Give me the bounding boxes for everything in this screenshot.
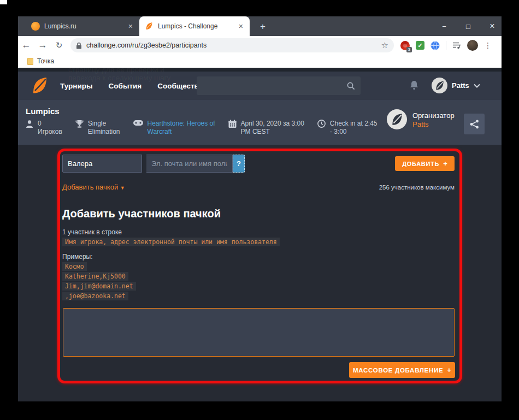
- add-participant-button[interactable]: ДОБАВИТЬ+: [395, 156, 455, 171]
- site-nav-links: Турниры События Сообщества: [60, 72, 203, 100]
- participants-content: ? ДОБАВИТЬ+ Добавить пачкой ▼ 256 участн…: [18, 145, 502, 401]
- tab-strip: Lumpics.ru × Lumpics - Challonge × + − □…: [18, 16, 502, 36]
- participant-email-input[interactable]: [146, 155, 233, 173]
- url-text[interactable]: challonge.com/ru/zg3esbe2/participants: [86, 42, 377, 49]
- screenshot-background: Lumpics.ru × Lumpics - Challonge × + − □…: [0, 0, 519, 420]
- stat-game: Hearthstone: Heroes ofWarcraft: [133, 120, 215, 136]
- chevron-down-icon: [474, 84, 480, 88]
- bulk-add-toggle[interactable]: Добавить пачкой ▼: [62, 183, 125, 191]
- stat-checkin: Check in at 2:45- 3:00: [317, 120, 378, 136]
- challonge-page: страницу для ее проверки и перехода к сл…: [18, 68, 502, 401]
- caret-down-icon: ▼: [120, 185, 125, 191]
- site-navbar: Турниры События Сообщества Patts: [18, 72, 502, 100]
- participant-name-input[interactable]: [62, 155, 142, 173]
- per-line-hint: 1 участник в строке: [62, 228, 122, 236]
- bulk-add-button[interactable]: МАССОВОЕ ДОБАВЛЕНИЕ+: [349, 362, 455, 378]
- example-line: ,joe@bazooka.net: [62, 292, 128, 300]
- reload-button[interactable]: ↻: [51, 40, 67, 50]
- examples-list: Космо Katherine,Kj5000 Jim,jim@domain.ne…: [62, 262, 136, 300]
- lumpics-favicon-icon: [31, 22, 40, 31]
- lock-icon: [76, 42, 82, 49]
- maximize-button[interactable]: □: [463, 22, 473, 31]
- tournament-title: Lumpics: [26, 107, 60, 116]
- notifications-bell-icon[interactable]: [410, 80, 418, 90]
- bookmark-star-icon[interactable]: ☆: [381, 40, 388, 50]
- share-button[interactable]: [464, 114, 485, 134]
- tab-lumpics[interactable]: Lumpics.ru ×: [26, 16, 139, 36]
- trophy-icon: [75, 120, 84, 128]
- search-icon[interactable]: [347, 82, 355, 90]
- nav-tournaments[interactable]: Турниры: [60, 82, 93, 90]
- profile-avatar[interactable]: [467, 40, 478, 51]
- media-controls-icon[interactable]: [452, 42, 461, 49]
- example-line: Космо: [62, 262, 87, 271]
- plus-icon: +: [443, 159, 447, 168]
- browser-menu-icon[interactable]: ⋮: [484, 41, 492, 50]
- format-code-chip: Имя игрока, адрес электронной почты или …: [62, 238, 280, 246]
- browser-window: Lumpics.ru × Lumpics - Challonge × + − □…: [18, 16, 502, 401]
- close-tab-icon[interactable]: ×: [238, 22, 244, 30]
- bookmarks-bar: Точка: [18, 55, 502, 68]
- bookmark-item[interactable]: Точка: [37, 57, 54, 65]
- organizer-block: Организатор Patts: [387, 109, 455, 129]
- tournament-stats: 0Игроков SingleElimination Hearthstone: …: [26, 120, 391, 136]
- extensions-area: 3 ✓ ⋮: [400, 40, 497, 51]
- close-tab-icon[interactable]: ×: [127, 22, 134, 30]
- share-icon: [470, 120, 479, 129]
- stat-date: April 30, 2020 за 3:00PM CEST: [228, 120, 304, 136]
- game-link[interactable]: Hearthstone: Heroes ofWarcraft: [148, 120, 215, 136]
- tab-title: Lumpics.ru: [44, 22, 123, 30]
- clock-icon: [317, 120, 326, 128]
- challonge-favicon-icon: [145, 22, 154, 31]
- tournament-header: Lumpics 0Игроков SingleElimination Heart…: [18, 100, 502, 145]
- annotation-highlight-rectangle: ? ДОБАВИТЬ+ Добавить пачкой ▼ 256 участн…: [57, 149, 462, 383]
- calendar-icon: [228, 120, 237, 128]
- desktop-artifact: [0, 0, 7, 4]
- extension-badge: 3: [406, 47, 412, 52]
- tab-challonge[interactable]: Lumpics - Challonge ×: [139, 16, 250, 36]
- organizer-avatar: [387, 109, 407, 129]
- bulk-add-heading: Добавить участников пачкой: [62, 208, 221, 220]
- examples-label: Примеры:: [62, 253, 93, 261]
- site-search-input[interactable]: [197, 76, 361, 95]
- plus-icon: +: [447, 366, 451, 374]
- challonge-logo-icon[interactable]: [30, 76, 50, 96]
- browser-toolbar: ← → ↻ challonge.com/ru/zg3esbe2/particip…: [18, 36, 502, 55]
- close-window-button[interactable]: ×: [487, 21, 497, 31]
- check-extension-icon[interactable]: ✓: [416, 41, 424, 50]
- window-controls: − □ ×: [439, 16, 497, 36]
- bulk-toggle-row: Добавить пачкой ▼ 256 участников максиму…: [62, 183, 455, 191]
- adblock-extension-icon[interactable]: 3: [400, 41, 410, 50]
- tab-title: Lumpics - Challonge: [158, 22, 233, 30]
- organizer-label: Организатор: [412, 111, 455, 120]
- back-button[interactable]: ←: [18, 40, 34, 51]
- organizer-name[interactable]: Patts: [412, 120, 455, 128]
- bookmark-folder-icon: [27, 58, 33, 65]
- nav-communities[interactable]: Сообщества: [157, 82, 203, 90]
- username-label: Patts: [452, 81, 469, 90]
- address-bar[interactable]: challonge.com/ru/zg3esbe2/participants ☆: [70, 38, 394, 52]
- example-line: Jim,jim@domain.net: [62, 282, 136, 291]
- stat-format: SingleElimination: [75, 120, 120, 136]
- stat-players: 0Игроков: [26, 120, 62, 136]
- example-line: Katherine,Kj5000: [62, 272, 128, 281]
- nav-events[interactable]: События: [109, 82, 142, 90]
- game-icon: [133, 120, 143, 126]
- new-tab-button[interactable]: +: [256, 20, 269, 33]
- globe-extension-icon[interactable]: [430, 41, 440, 50]
- forward-button[interactable]: →: [34, 40, 51, 51]
- user-menu[interactable]: Patts: [432, 78, 480, 93]
- players-icon: [26, 120, 33, 128]
- user-avatar: [432, 78, 447, 93]
- help-button[interactable]: ?: [233, 155, 245, 173]
- bulk-participants-textarea[interactable]: [63, 308, 455, 357]
- toolbar-separator: [446, 41, 446, 50]
- minimize-button[interactable]: −: [439, 22, 449, 31]
- max-participants-label: 256 участников максимум: [379, 184, 455, 191]
